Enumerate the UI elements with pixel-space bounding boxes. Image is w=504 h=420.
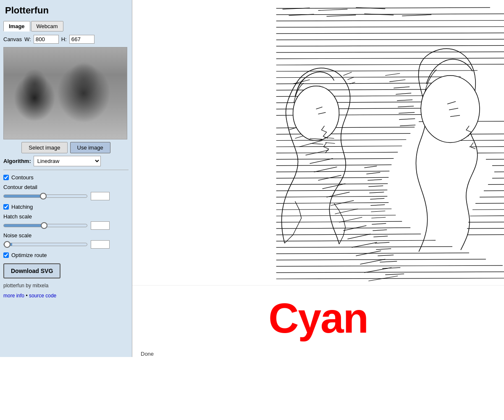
svg-line-3 xyxy=(276,26,504,27)
svg-line-131 xyxy=(372,223,386,224)
svg-line-64 xyxy=(276,253,469,254)
drawing-svg xyxy=(132,0,504,285)
noise-scale-value[interactable]: 1 xyxy=(91,240,110,249)
svg-line-6 xyxy=(276,45,504,46)
svg-line-37 xyxy=(486,158,504,159)
svg-line-8 xyxy=(276,58,504,59)
svg-line-132 xyxy=(373,230,387,231)
main-area: Cyan Done xyxy=(132,0,504,357)
svg-line-5 xyxy=(276,39,504,40)
svg-line-68 xyxy=(276,278,504,279)
more-info-link[interactable]: more info xyxy=(3,293,24,299)
svg-line-63 xyxy=(276,247,452,247)
svg-line-114 xyxy=(398,106,414,107)
svg-line-67 xyxy=(276,272,504,273)
canvas-label: Canvas xyxy=(3,36,22,42)
svg-line-62 xyxy=(276,240,436,241)
svg-line-93 xyxy=(347,234,370,239)
contour-detail-label: Contour detail xyxy=(3,184,129,190)
svg-line-87 xyxy=(322,184,345,189)
svg-line-102 xyxy=(347,77,354,80)
svg-line-75 xyxy=(402,15,431,16)
canvas-row: Canvas W: H: xyxy=(3,34,129,45)
svg-line-85 xyxy=(314,167,337,172)
optimize-route-label: Optimize route xyxy=(11,252,47,258)
hatching-label: Hatching xyxy=(11,204,33,210)
svg-line-15 xyxy=(276,83,448,84)
svg-line-130 xyxy=(371,217,386,218)
svg-line-137 xyxy=(380,261,397,262)
source-code-link[interactable]: source code xyxy=(29,293,56,299)
algorithm-select[interactable]: Linedraw Stipple Sketch xyxy=(34,156,101,166)
svg-line-110 xyxy=(389,80,405,82)
svg-line-32 xyxy=(276,146,402,147)
svg-line-126 xyxy=(369,192,384,193)
svg-line-129 xyxy=(371,211,385,212)
svg-line-40 xyxy=(276,171,390,172)
svg-line-17 xyxy=(276,89,440,90)
contours-row: Contours xyxy=(3,173,129,181)
hatch-scale-value[interactable]: 15 xyxy=(91,221,110,230)
select-image-button[interactable]: Select image xyxy=(21,142,67,153)
contour-detail-slider-row: 10 xyxy=(3,192,129,200)
svg-line-39 xyxy=(492,165,504,165)
noise-scale-section: Noise scale 1 xyxy=(3,232,129,249)
noise-scale-slider[interactable] xyxy=(3,243,87,246)
algorithm-row: Algorithm: Linedraw Stipple Sketch xyxy=(3,156,129,166)
svg-line-50 xyxy=(276,202,389,203)
tab-webcam[interactable]: Webcam xyxy=(31,21,63,32)
hatch-scale-section: Hatch scale 15 xyxy=(3,213,129,230)
svg-line-135 xyxy=(376,249,391,249)
svg-line-13 xyxy=(276,77,461,78)
height-label: H: xyxy=(61,36,67,42)
svg-line-109 xyxy=(385,74,400,76)
optimize-route-checkbox[interactable] xyxy=(3,252,9,258)
hatching-checkbox[interactable] xyxy=(3,204,9,210)
svg-line-28 xyxy=(276,134,411,134)
use-image-button[interactable]: Use image xyxy=(70,142,110,153)
svg-line-36 xyxy=(276,158,394,159)
algorithm-label: Algorithm: xyxy=(3,158,31,164)
svg-line-128 xyxy=(370,205,385,205)
svg-line-46 xyxy=(276,190,388,191)
svg-line-41 xyxy=(494,171,504,172)
svg-line-2 xyxy=(276,20,504,21)
contour-detail-slider[interactable] xyxy=(3,194,87,198)
svg-line-122 xyxy=(364,166,377,168)
width-label: W: xyxy=(24,36,31,42)
svg-line-94 xyxy=(352,242,377,247)
svg-line-31 xyxy=(461,140,504,141)
cyan-label: Cyan xyxy=(132,286,504,346)
svg-line-127 xyxy=(370,198,384,199)
svg-line-125 xyxy=(368,186,383,186)
contours-label: Contours xyxy=(11,174,34,181)
svg-line-35 xyxy=(478,152,504,153)
svg-line-124 xyxy=(368,179,382,180)
drawing-canvas xyxy=(132,0,504,286)
svg-line-38 xyxy=(276,165,392,165)
svg-line-54 xyxy=(276,215,396,216)
contour-detail-value[interactable]: 10 xyxy=(91,192,110,200)
app-title: Plotterfun xyxy=(3,3,129,18)
footer-separator: • xyxy=(26,293,27,299)
svg-line-134 xyxy=(375,242,389,243)
canvas-width-input[interactable] xyxy=(34,35,59,44)
footer-credit: plotterfun by mitxela xyxy=(3,281,129,290)
svg-line-70 xyxy=(318,9,348,10)
hatching-row: Hatching xyxy=(3,203,129,211)
download-svg-button[interactable]: Download SVG xyxy=(3,263,60,278)
svg-line-101 xyxy=(343,72,352,76)
contours-checkbox[interactable] xyxy=(3,175,9,180)
svg-line-9 xyxy=(276,64,504,65)
svg-line-51 xyxy=(475,202,504,203)
hatch-scale-label: Hatch scale xyxy=(3,213,129,220)
canvas-height-input[interactable] xyxy=(69,35,94,44)
tab-image[interactable]: Image xyxy=(3,21,30,32)
svg-line-34 xyxy=(276,152,398,153)
svg-line-133 xyxy=(373,236,388,237)
preview-image xyxy=(3,47,127,139)
svg-line-136 xyxy=(378,255,394,256)
svg-line-116 xyxy=(399,119,415,120)
optimize-route-row: Optimize route xyxy=(3,251,129,259)
hatch-scale-slider[interactable] xyxy=(3,224,87,227)
